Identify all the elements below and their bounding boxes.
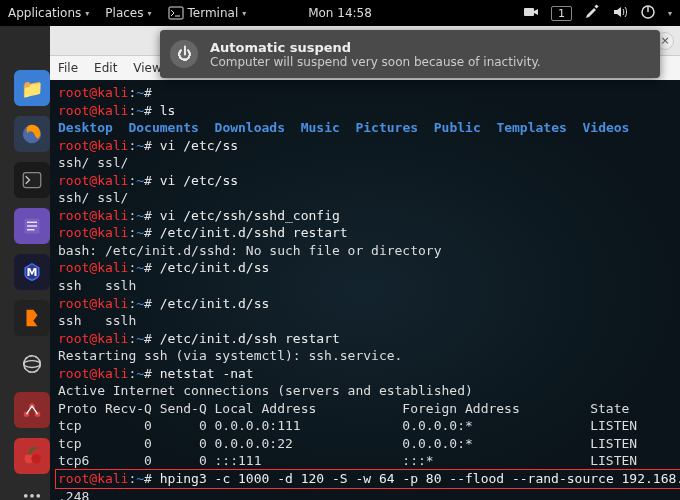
menu-file[interactable]: File — [58, 61, 78, 75]
svg-rect-1 — [524, 8, 534, 16]
svg-rect-2 — [594, 4, 598, 8]
dock-show-apps-icon[interactable] — [14, 484, 50, 500]
applications-label: Applications — [8, 6, 81, 20]
dock-cherrytree-icon[interactable] — [14, 438, 50, 474]
dock-firefox-icon[interactable] — [14, 116, 50, 152]
suspend-icon: ⏻ — [170, 40, 198, 68]
chevron-down-icon[interactable]: ▾ — [668, 9, 672, 18]
terminal-icon — [168, 5, 184, 21]
chevron-down-icon: ▾ — [242, 9, 246, 18]
menu-view[interactable]: View — [133, 61, 161, 75]
top-panel: Applications ▾ Places ▾ Terminal ▾ Mon 1… — [0, 0, 680, 26]
dock-terminal-icon[interactable] — [14, 162, 50, 198]
svg-point-19 — [31, 454, 41, 464]
svg-point-21 — [30, 494, 34, 498]
places-label: Places — [105, 6, 143, 20]
menu-edit[interactable]: Edit — [94, 61, 117, 75]
chevron-down-icon: ▾ — [85, 9, 89, 18]
notification-title: Automatic suspend — [210, 40, 541, 55]
power-icon[interactable] — [640, 4, 656, 23]
picker-icon[interactable] — [584, 4, 600, 23]
volume-icon[interactable] — [612, 4, 628, 23]
dock-burpsuite-icon[interactable] — [14, 300, 50, 336]
notification-popup[interactable]: ⏻ Automatic suspend Computer will suspen… — [160, 30, 660, 78]
svg-rect-0 — [169, 7, 183, 19]
svg-text:M: M — [27, 266, 38, 279]
workspace-indicator[interactable]: 1 — [551, 6, 572, 21]
applications-menu[interactable]: Applications ▾ — [8, 6, 89, 20]
terminal-menu[interactable]: Terminal ▾ — [168, 5, 247, 21]
chevron-down-icon: ▾ — [147, 9, 151, 18]
terminal-label: Terminal — [188, 6, 239, 20]
svg-rect-6 — [23, 173, 41, 188]
svg-point-14 — [24, 361, 41, 368]
terminal-window: − ▫ × File Edit View root@kali:~# root@k… — [50, 26, 680, 500]
dock-text-editor-icon[interactable] — [14, 208, 50, 244]
dock-files-icon[interactable]: 📁 — [14, 70, 50, 106]
clock[interactable]: Mon 14:58 — [308, 6, 372, 20]
places-menu[interactable]: Places ▾ — [105, 6, 151, 20]
dock-metasploit-icon[interactable]: M — [14, 254, 50, 290]
dock-ettercap-icon[interactable] — [14, 346, 50, 382]
notification-body: Computer will suspend very soon because … — [210, 55, 541, 69]
camera-status-icon[interactable] — [523, 4, 539, 23]
dock-maltego-icon[interactable] — [14, 392, 50, 428]
terminal-output[interactable]: root@kali:~# root@kali:~# lsDesktop Docu… — [50, 80, 680, 500]
svg-point-20 — [24, 494, 28, 498]
svg-point-22 — [36, 494, 40, 498]
